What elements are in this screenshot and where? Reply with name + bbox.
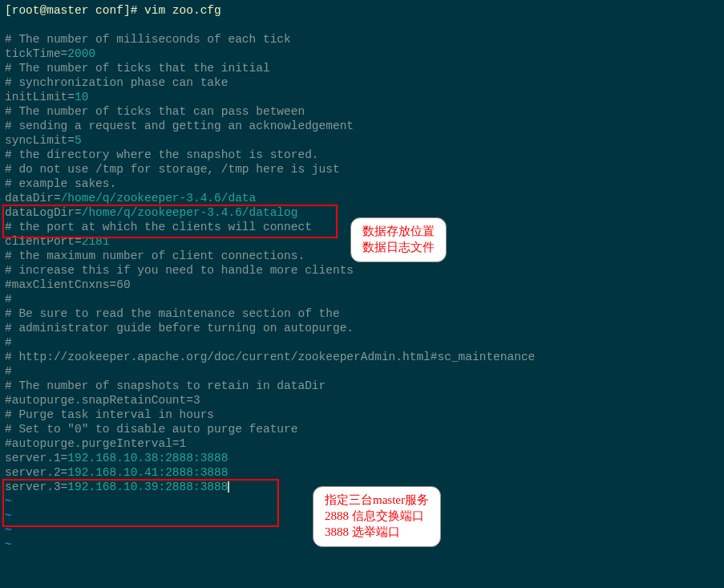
- blank-line: [5, 18, 719, 32]
- comment-line: # increase this if you need to handle mo…: [5, 263, 719, 278]
- val-datadir: /home/q/zookeeper-3.4.6/data: [61, 192, 257, 205]
- callout-line: 数据日志文件: [362, 239, 435, 255]
- key-server2: server.2=: [5, 466, 67, 479]
- terminal-content[interactable]: [root@master conf]# vim zoo.cfg # The nu…: [5, 3, 719, 552]
- comment-line: # Be sure to read the maintenance sectio…: [5, 306, 719, 321]
- callout-datadir: 数据存放位置 数据日志文件: [350, 217, 447, 262]
- prompt-command: vim zoo.cfg: [144, 4, 221, 17]
- comment-line: # The number of snapshots to retain in d…: [5, 379, 719, 393]
- val-server3: 192.168.10.39:2888:3888: [67, 481, 228, 493]
- comment-line: # do not use /tmp for storage, /tmp here…: [5, 162, 719, 176]
- val-initlimit: 10: [75, 91, 88, 103]
- comment-line: #: [5, 364, 719, 379]
- key-datalogdir: dataLogDir=: [5, 206, 82, 219]
- comment-line: # sending a request and getting an ackno…: [5, 119, 719, 133]
- val-server1: 192.168.10.38:2888:3888: [67, 452, 228, 464]
- comment-line: # synchronization phase can take: [5, 75, 719, 90]
- comment-line: # The number of ticks that the initial: [5, 61, 719, 75]
- key-server1: server.1=: [5, 452, 67, 464]
- comment-line: #autopurge.snapRetainCount=3: [5, 393, 719, 408]
- comment-line: # example sakes.: [5, 176, 719, 191]
- config-line-synclimit: syncLimit=5: [5, 133, 719, 148]
- val-datalogdir: /home/q/zookeeper-3.4.6/datalog: [82, 206, 298, 219]
- key-synclimit: syncLimit=: [5, 134, 75, 147]
- config-line-initlimit: initLimit=10: [5, 90, 719, 104]
- cursor-icon: [228, 481, 229, 493]
- comment-line: # The number of ticks that can pass betw…: [5, 104, 719, 119]
- comment-line: # the directory where the snapshot is st…: [5, 148, 719, 162]
- val-synclimit: 5: [75, 134, 82, 147]
- comment-line: # Purge task interval in hours: [5, 408, 719, 422]
- key-datadir: dataDir=: [5, 192, 61, 205]
- prompt-line: [root@master conf]# vim zoo.cfg: [5, 3, 719, 18]
- callout-line: 指定三台master服务: [325, 492, 429, 508]
- comment-line: #: [5, 292, 719, 306]
- callout-line: 3888 选举端口: [325, 524, 429, 540]
- comment-line: # Set to "0" to disable auto purge featu…: [5, 422, 719, 436]
- comment-line: # The number of milliseconds of each tic…: [5, 32, 719, 47]
- config-line-ticktime: tickTime=2000: [5, 47, 719, 61]
- val-ticktime: 2000: [67, 47, 95, 60]
- comment-line: #maxClientCnxns=60: [5, 278, 719, 292]
- prompt-prefix: [root@master conf]#: [5, 4, 144, 17]
- val-clientport: 2181: [82, 235, 110, 248]
- key-initlimit: initLimit=: [5, 91, 75, 103]
- key-ticktime: tickTime=: [5, 47, 67, 60]
- config-line-server1: server.1=192.168.10.38:2888:3888: [5, 451, 719, 465]
- config-line-datadir: dataDir=/home/q/zookeeper-3.4.6/data: [5, 191, 719, 205]
- callout-servers: 指定三台master服务 2888 信息交换端口 3888 选举端口: [313, 486, 441, 547]
- callout-line: 数据存放位置: [362, 223, 435, 239]
- key-server3: server.3=: [5, 481, 67, 493]
- comment-line: # http://zookeeper.apache.org/doc/curren…: [5, 350, 719, 364]
- comment-line: #autopurge.purgeInterval=1: [5, 436, 719, 451]
- val-server2: 192.168.10.41:2888:3888: [67, 466, 228, 479]
- config-line-server2: server.2=192.168.10.41:2888:3888: [5, 465, 719, 480]
- callout-line: 2888 信息交换端口: [325, 508, 429, 524]
- comment-line: # administrator guide before turning on …: [5, 321, 719, 335]
- key-clientport: clientPort=: [5, 235, 82, 248]
- comment-line: #: [5, 335, 719, 350]
